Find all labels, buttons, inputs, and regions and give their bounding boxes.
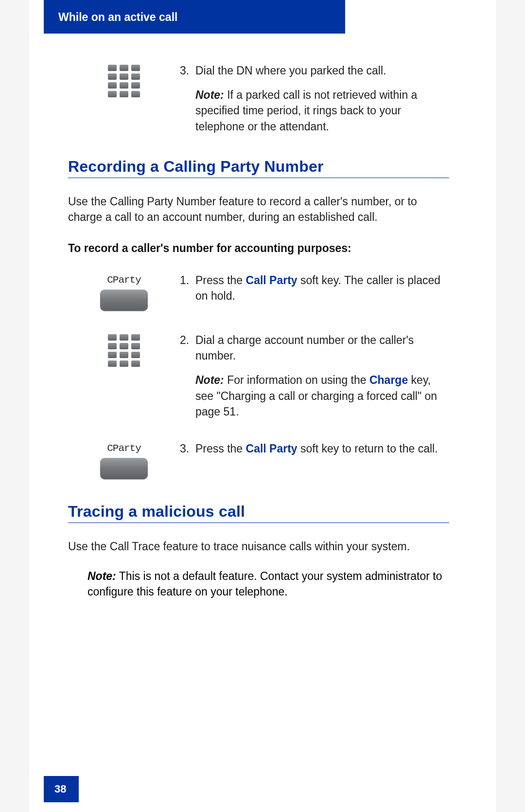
step-pre: Press the (195, 274, 246, 287)
step-number: 3. (180, 441, 195, 456)
key-name: Charge (369, 374, 408, 386)
note-label: Note: (195, 89, 224, 101)
step-3: CParty 3. Press the Call Party soft key … (68, 441, 449, 479)
section2-note: Note: This is not a default feature. Con… (68, 568, 449, 600)
step-1: CParty 1. Press the Call Party soft key.… (68, 272, 449, 311)
step-body: Dial the DN where you parked the call. N… (195, 63, 449, 134)
note-text: If a parked call is not retrieved within… (195, 89, 417, 132)
section2-para: Use the Call Trace feature to trace nuis… (68, 539, 449, 555)
keypad-icon (68, 332, 180, 367)
header-title: While on an active call (58, 11, 177, 23)
softkey-label: CParty (107, 443, 141, 454)
step-text: 3. Dial the DN where you parked the call… (180, 63, 449, 134)
step-text-line: Dial a charge account number or the call… (195, 334, 414, 362)
key-name: Call Party (246, 274, 298, 287)
step-text: 1. Press the Call Party soft key. The ca… (180, 272, 449, 304)
step-text: 3. Press the Call Party soft key to retu… (180, 441, 449, 456)
page: While on an active call 3. Dial the DN w… (29, 0, 496, 812)
step-body: Press the Call Party soft key. The calle… (195, 272, 449, 304)
keypad-grid-icon (108, 334, 140, 367)
keypad-icon (68, 63, 180, 97)
step-number: 1. (180, 272, 195, 304)
softkey-icon: CParty (68, 441, 180, 479)
steps-block: CParty 1. Press the Call Party soft key.… (68, 272, 449, 479)
intro-step: 3. Dial the DN where you parked the call… (68, 63, 449, 134)
note-label: Note: (195, 374, 224, 386)
section-heading-recording: Recording a Calling Party Number (68, 158, 449, 178)
page-number-value: 38 (54, 783, 66, 795)
keypad-grid-icon (108, 65, 140, 97)
step-number: 2. (180, 332, 195, 419)
step-text: 2. Dial a charge account number or the c… (180, 332, 449, 419)
softkey-button-icon (100, 458, 148, 479)
header-bar: While on an active call (44, 0, 345, 34)
key-name: Call Party (246, 442, 298, 455)
section1-para: Use the Calling Party Number feature to … (68, 194, 449, 225)
content-area: 3. Dial the DN where you parked the call… (29, 34, 496, 600)
page-number: 38 (44, 776, 79, 802)
section-heading-tracing: Tracing a malicious call (68, 503, 449, 523)
step-body: Dial a charge account number or the call… (195, 332, 449, 419)
step-pre: Press the (195, 442, 246, 455)
step-post: soft key to return to the call. (298, 442, 438, 455)
section1-subhead: To record a caller's number for accounti… (68, 242, 449, 255)
softkey-label: CParty (107, 274, 141, 286)
note-label: Note: (88, 570, 116, 582)
softkey-button-icon (100, 289, 148, 311)
note-pre: For information on using the (224, 374, 369, 386)
note-text: This is not a default feature. Contact y… (88, 570, 442, 598)
step-2: 2. Dial a charge account number or the c… (68, 332, 449, 419)
step-number: 3. (180, 63, 195, 134)
step-text-line: Dial the DN where you parked the call. (195, 64, 386, 77)
step-body: Press the Call Party soft key to return … (195, 441, 449, 456)
softkey-icon: CParty (68, 272, 180, 311)
